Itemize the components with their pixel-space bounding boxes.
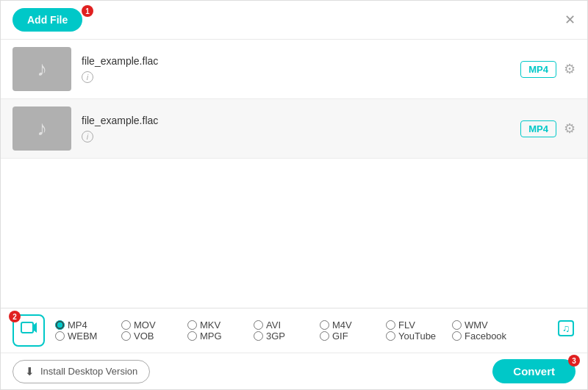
format-option-avi[interactable]: AVI bbox=[254, 319, 320, 331]
add-file-button[interactable]: Add File bbox=[12, 8, 82, 32]
convert-badge: 3 bbox=[568, 355, 580, 366]
format-row-2: WEBM VOB MPG 3GP GIF YouTube Facebook bbox=[55, 331, 549, 342]
file-thumbnail: ♪ bbox=[12, 47, 71, 91]
format-bar: 2 MP4 MOV MKV AVI M4V FLV WMV WEBM bbox=[1, 308, 587, 353]
table-row: ♪ file_example.flac i MP4 ⚙ bbox=[1, 40, 587, 99]
table-row: ♪ file_example.flac i MP4 ⚙ bbox=[1, 99, 587, 159]
format-option-wmv[interactable]: WMV bbox=[452, 319, 518, 331]
format-badge[interactable]: MP4 bbox=[520, 120, 556, 137]
info-icon[interactable]: i bbox=[82, 131, 93, 142]
format-option-3gp[interactable]: 3GP bbox=[254, 331, 320, 342]
format-row-1: MP4 MOV MKV AVI M4V FLV WMV bbox=[55, 319, 549, 331]
format-option-facebook[interactable]: Facebook bbox=[452, 331, 518, 342]
file-thumbnail: ♪ bbox=[12, 106, 71, 151]
info-icon[interactable]: i bbox=[82, 71, 93, 83]
format-bar-badge: 2 bbox=[9, 311, 21, 322]
header: Add File 1 ✕ bbox=[1, 1, 587, 40]
svg-marker-1 bbox=[33, 324, 36, 331]
format-option-gif[interactable]: GIF bbox=[320, 331, 386, 342]
file-info: file_example.flac i bbox=[82, 55, 520, 83]
format-option-vob[interactable]: VOB bbox=[121, 331, 187, 342]
file-info: file_example.flac i bbox=[82, 115, 520, 142]
file-actions: MP4 ⚙ bbox=[520, 120, 576, 137]
download-icon: ⬇ bbox=[25, 365, 35, 378]
bottom-toolbar: 2 MP4 MOV MKV AVI M4V FLV WMV WEBM bbox=[1, 308, 587, 389]
format-option-mov[interactable]: MOV bbox=[121, 319, 187, 331]
close-button[interactable]: ✕ bbox=[564, 13, 576, 26]
video-icon bbox=[20, 319, 37, 342]
format-option-mp4[interactable]: MP4 bbox=[55, 319, 121, 331]
format-badge[interactable]: MP4 bbox=[520, 61, 556, 78]
gear-icon[interactable]: ⚙ bbox=[564, 61, 576, 77]
install-desktop-button[interactable]: ⬇ Install Desktop Version bbox=[12, 360, 150, 383]
video-icon-wrapper: 2 bbox=[12, 314, 45, 347]
format-option-webm[interactable]: WEBM bbox=[55, 331, 121, 342]
file-actions: MP4 ⚙ bbox=[520, 61, 576, 78]
action-bar: ⬇ Install Desktop Version 3 Convert bbox=[1, 353, 587, 389]
format-grid: MP4 MOV MKV AVI M4V FLV WMV WEBM VOB MPG… bbox=[55, 319, 549, 342]
svg-rect-0 bbox=[21, 322, 33, 333]
format-option-m4v[interactable]: M4V bbox=[320, 319, 386, 331]
convert-button[interactable]: 3 Convert bbox=[492, 359, 576, 383]
gear-icon[interactable]: ⚙ bbox=[564, 120, 576, 137]
format-option-mkv[interactable]: MKV bbox=[187, 319, 254, 331]
svg-text:♫: ♫ bbox=[562, 322, 570, 334]
header-badge: 1 bbox=[82, 5, 93, 17]
format-option-flv[interactable]: FLV bbox=[386, 319, 452, 331]
format-option-mpg[interactable]: MPG bbox=[187, 331, 254, 342]
install-label: Install Desktop Version bbox=[40, 366, 137, 377]
format-option-youtube[interactable]: YouTube bbox=[386, 331, 452, 342]
convert-label: Convert bbox=[513, 365, 555, 378]
music-icon: ♪ bbox=[37, 57, 47, 81]
file-list: ♪ file_example.flac i MP4 ⚙ ♪ file_examp… bbox=[1, 40, 587, 159]
file-name: file_example.flac bbox=[82, 115, 520, 126]
file-name: file_example.flac bbox=[82, 55, 520, 67]
audio-icon: ♫ bbox=[556, 319, 576, 342]
music-icon: ♪ bbox=[37, 117, 47, 140]
